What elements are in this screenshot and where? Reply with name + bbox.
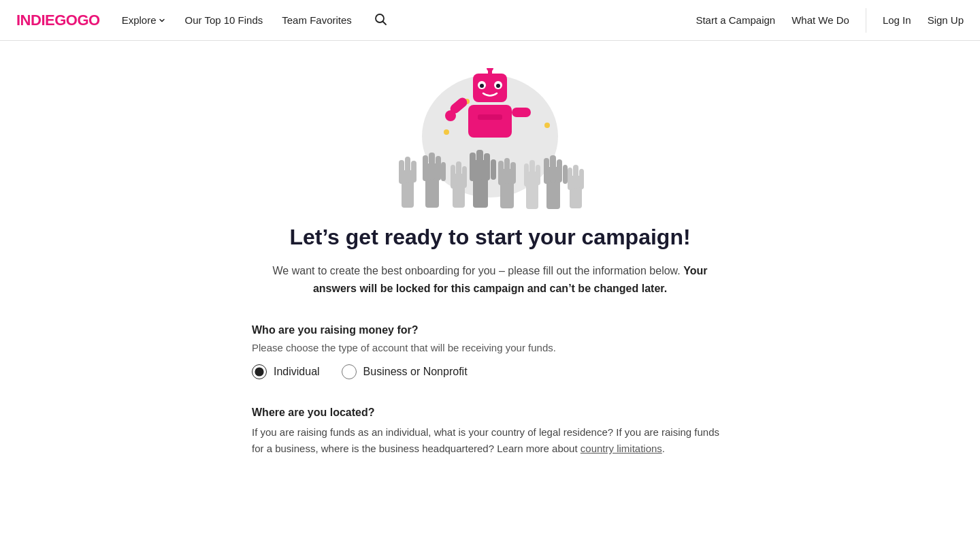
svg-rect-9 (468, 105, 512, 138)
svg-rect-35 (510, 162, 516, 184)
radio-business-label: Business or Nonprofit (363, 366, 468, 378)
nav-right: Start a Campaign What We Do Log In Sign … (696, 8, 964, 33)
radio-individual-label: Individual (274, 366, 320, 378)
logo[interactable]: INDIEGOGO (16, 12, 100, 29)
svg-rect-26 (462, 166, 467, 188)
signup-button[interactable]: Sign Up (928, 14, 964, 26)
hands-illustration (391, 150, 589, 211)
svg-point-7 (480, 84, 484, 88)
svg-rect-31 (491, 159, 496, 180)
radio-group-account-type: Individual Business or Nonprofit (252, 364, 728, 379)
svg-rect-24 (451, 165, 455, 189)
dot-3 (544, 123, 550, 128)
svg-rect-10 (478, 114, 502, 120)
nav-start-campaign[interactable]: Start a Campaign (696, 14, 775, 26)
search-icon (374, 12, 387, 26)
svg-rect-34 (504, 158, 510, 184)
svg-line-1 (382, 22, 386, 25)
svg-rect-38 (529, 160, 535, 185)
svg-rect-16 (405, 157, 410, 182)
question-1-hint: Please choose the type of account that w… (252, 342, 728, 353)
search-button[interactable] (371, 10, 390, 31)
header: INDIEGOGO Explore Our Top 10 Finds Team … (0, 0, 980, 41)
svg-point-4 (487, 68, 493, 72)
radio-business-input[interactable] (342, 364, 357, 379)
svg-rect-22 (441, 162, 446, 181)
svg-rect-20 (429, 153, 435, 180)
nav-top10[interactable]: Our Top 10 Finds (184, 14, 263, 26)
svg-rect-33 (498, 161, 504, 185)
svg-rect-28 (470, 153, 476, 181)
page-subtext: We want to create the best onboarding fo… (252, 262, 728, 297)
login-button[interactable]: Log In (883, 14, 911, 26)
svg-rect-2 (473, 74, 507, 102)
question-2-section: Where are you located? If you are raisin… (252, 407, 728, 457)
campaign-form: Who are you raising money for? Please ch… (252, 324, 728, 471)
illustration (388, 61, 592, 211)
radio-individual-input[interactable] (252, 364, 267, 379)
question-1-section: Who are you raising money for? Please ch… (252, 324, 728, 379)
svg-rect-37 (524, 163, 529, 187)
nav-left: Explore Our Top 10 Finds Team Favorites (122, 10, 696, 31)
svg-rect-39 (536, 165, 540, 185)
question-1-label: Who are you raising money for? (252, 324, 728, 336)
svg-point-12 (445, 110, 456, 121)
question-2-text: If you are raising funds as an individua… (252, 424, 728, 457)
page-heading: Let’s get ready to start your campaign! (289, 225, 690, 250)
svg-rect-30 (484, 153, 490, 180)
svg-rect-48 (579, 169, 584, 189)
nav-divider (866, 8, 866, 33)
country-limitations-link[interactable]: country limitations (581, 443, 662, 454)
svg-rect-29 (476, 150, 483, 180)
svg-rect-25 (456, 161, 461, 187)
nav-explore[interactable]: Explore (122, 14, 166, 26)
svg-rect-19 (423, 155, 428, 181)
question-2-label: Where are you located? (252, 407, 728, 419)
svg-rect-42 (550, 155, 556, 182)
svg-rect-17 (411, 161, 416, 182)
svg-point-8 (496, 84, 500, 88)
main-content: Let’s get ready to start your campaign! … (0, 41, 980, 511)
nav-team-favorites[interactable]: Team Favorites (282, 14, 352, 26)
radio-business[interactable]: Business or Nonprofit (342, 364, 468, 379)
svg-rect-46 (568, 168, 572, 190)
chevron-down-icon (159, 17, 165, 24)
svg-rect-43 (557, 159, 562, 182)
radio-individual[interactable]: Individual (252, 364, 320, 379)
svg-rect-15 (399, 160, 404, 184)
svg-rect-44 (563, 165, 568, 184)
nav-what-we-do[interactable]: What We Do (791, 14, 849, 26)
svg-rect-41 (544, 158, 549, 184)
svg-rect-13 (512, 108, 531, 117)
svg-rect-47 (573, 165, 578, 189)
svg-rect-21 (436, 156, 441, 180)
